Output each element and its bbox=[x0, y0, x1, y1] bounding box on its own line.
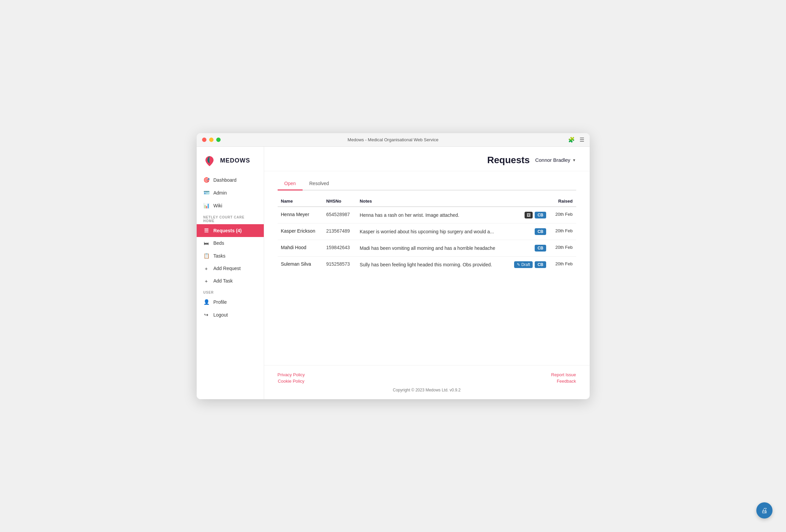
minimize-button[interactable] bbox=[209, 138, 213, 142]
sidebar: MEDOWS 🎯 Dashboard 🪪 Admin 📊 Wiki NETLEY… bbox=[196, 147, 264, 399]
table-row[interactable]: Suleman Silva915258573Sully has been fee… bbox=[278, 256, 576, 273]
cell-notes: Kasper is worried about his upcoming hip… bbox=[356, 223, 549, 240]
requests-table: Name NHSNo Notes Raised Henna Meyer65452… bbox=[278, 196, 576, 273]
feedback-link[interactable]: Feedback bbox=[551, 379, 576, 384]
admin-icon: 🪪 bbox=[203, 190, 209, 196]
cell-raised: 20th Feb bbox=[550, 207, 576, 223]
print-button[interactable]: 🖨 bbox=[756, 502, 772, 518]
user-name-label: Connor Bradley bbox=[535, 157, 570, 163]
badge-cb: CB bbox=[535, 212, 546, 218]
cell-notes: Henna has a rash on her wrist. Image att… bbox=[356, 207, 549, 223]
dashboard-icon: 🎯 bbox=[203, 177, 209, 183]
cell-raised: 20th Feb bbox=[550, 223, 576, 240]
sidebar-label-tasks: Tasks bbox=[213, 253, 226, 259]
logo-icon bbox=[202, 153, 217, 168]
table-header-row: Name NHSNo Notes Raised bbox=[278, 196, 576, 207]
user-menu[interactable]: Connor Bradley ▼ bbox=[535, 157, 576, 163]
sidebar-item-add-request[interactable]: + Add Request bbox=[196, 262, 264, 275]
title-bar-icons: 🧩 ☰ bbox=[568, 137, 584, 143]
tabs: Open Resolved bbox=[278, 178, 576, 191]
content-area: Requests Connor Bradley ▼ Open Resolved bbox=[264, 147, 590, 399]
cell-name: Suleman Silva bbox=[278, 256, 323, 273]
add-request-icon: + bbox=[203, 266, 209, 271]
sidebar-item-add-task[interactable]: + Add Task bbox=[196, 275, 264, 287]
table-row[interactable]: Mahdi Hood159842643Madi has been vomitin… bbox=[278, 240, 576, 256]
sidebar-label-logout: Logout bbox=[213, 312, 228, 318]
traffic-lights bbox=[202, 138, 221, 142]
footer-right-links: Report Issue Feedback bbox=[551, 372, 576, 384]
cell-notes: Madi has been vomiting all morning and h… bbox=[356, 240, 549, 256]
tab-open[interactable]: Open bbox=[278, 178, 303, 191]
sidebar-item-profile[interactable]: 👤 Profile bbox=[196, 296, 264, 309]
badge-cb: CB bbox=[535, 261, 546, 268]
col-nhsno: NHSNo bbox=[323, 196, 356, 207]
cell-name: Henna Meyer bbox=[278, 207, 323, 223]
close-button[interactable] bbox=[202, 138, 206, 142]
cell-raised: 20th Feb bbox=[550, 240, 576, 256]
footer: Privacy Policy Cookie Policy Report Issu… bbox=[264, 365, 590, 399]
sidebar-item-wiki[interactable]: 📊 Wiki bbox=[196, 199, 264, 212]
sidebar-item-tasks[interactable]: 📋 Tasks bbox=[196, 249, 264, 262]
requests-icon: ☰ bbox=[203, 227, 209, 234]
add-task-icon: + bbox=[203, 278, 209, 284]
copyright: Copyright © 2023 Medows Ltd. v0.9.2 bbox=[278, 388, 576, 392]
window-title: Medows - Medical Organisational Web Serv… bbox=[347, 137, 438, 142]
cell-nhsno: 159842643 bbox=[323, 240, 356, 256]
section-label: NETLEY COURT CARE HOME bbox=[196, 212, 264, 224]
cell-name: Kasper Erickson bbox=[278, 223, 323, 240]
sidebar-item-dashboard[interactable]: 🎯 Dashboard bbox=[196, 174, 264, 187]
footer-left-links: Privacy Policy Cookie Policy bbox=[278, 372, 305, 384]
table-row[interactable]: Henna Meyer654528987Henna has a rash on … bbox=[278, 207, 576, 223]
sidebar-label-profile: Profile bbox=[213, 299, 227, 305]
chevron-down-icon: ▼ bbox=[573, 158, 576, 162]
cell-nhsno: 915258573 bbox=[323, 256, 356, 273]
header: Requests Connor Bradley ▼ bbox=[264, 147, 590, 171]
page-content: Open Resolved Name NHSNo Notes Raised bbox=[264, 171, 590, 365]
badge-draft[interactable]: ✎ Draft bbox=[514, 261, 533, 268]
sidebar-label-add-request: Add Request bbox=[213, 266, 241, 271]
cell-raised: 20th Feb bbox=[550, 256, 576, 273]
sidebar-label-wiki: Wiki bbox=[213, 203, 222, 208]
logout-icon: ↪ bbox=[203, 312, 209, 318]
sidebar-label-beds: Beds bbox=[213, 240, 224, 246]
requests-table-container: Name NHSNo Notes Raised Henna Meyer65452… bbox=[278, 196, 576, 358]
logo-area: MEDOWS bbox=[196, 147, 264, 174]
print-icon: 🖨 bbox=[761, 507, 768, 514]
menu-icon[interactable]: ☰ bbox=[580, 137, 584, 143]
title-bar: Medows - Medical Organisational Web Serv… bbox=[196, 133, 590, 147]
sidebar-item-requests[interactable]: ☰ Requests (4) bbox=[196, 224, 264, 237]
sidebar-label-admin: Admin bbox=[213, 190, 227, 196]
sidebar-label-requests: Requests (4) bbox=[213, 228, 242, 233]
tasks-icon: 📋 bbox=[203, 253, 209, 259]
cell-notes: Sully has been feeling light headed this… bbox=[356, 256, 549, 273]
badge-cb: CB bbox=[535, 245, 546, 251]
page-title: Requests bbox=[487, 155, 530, 166]
cookie-policy-link[interactable]: Cookie Policy bbox=[278, 379, 305, 384]
cell-nhsno: 213567489 bbox=[323, 223, 356, 240]
cell-name: Mahdi Hood bbox=[278, 240, 323, 256]
sidebar-label-dashboard: Dashboard bbox=[213, 177, 237, 183]
sidebar-item-beds[interactable]: 🛏 Beds bbox=[196, 237, 264, 249]
report-issue-link[interactable]: Report Issue bbox=[551, 372, 576, 377]
col-raised: Raised bbox=[550, 196, 576, 207]
logo-text: MEDOWS bbox=[220, 157, 250, 164]
maximize-button[interactable] bbox=[216, 138, 221, 142]
user-section-label: USER bbox=[196, 287, 264, 296]
sidebar-item-logout[interactable]: ↪ Logout bbox=[196, 309, 264, 321]
badge-cb: CB bbox=[535, 228, 546, 235]
tab-resolved[interactable]: Resolved bbox=[303, 178, 336, 191]
badge-image[interactable]: 🖼 bbox=[525, 212, 533, 218]
profile-icon: 👤 bbox=[203, 299, 209, 305]
puzzle-icon[interactable]: 🧩 bbox=[568, 137, 575, 143]
footer-links: Privacy Policy Cookie Policy Report Issu… bbox=[278, 372, 576, 384]
table-row[interactable]: Kasper Erickson213567489Kasper is worrie… bbox=[278, 223, 576, 240]
col-name: Name bbox=[278, 196, 323, 207]
privacy-policy-link[interactable]: Privacy Policy bbox=[278, 372, 305, 377]
sidebar-item-admin[interactable]: 🪪 Admin bbox=[196, 187, 264, 199]
sidebar-label-add-task: Add Task bbox=[213, 278, 233, 284]
col-notes: Notes bbox=[356, 196, 549, 207]
sidebar-nav: 🎯 Dashboard 🪪 Admin 📊 Wiki NETLEY COURT … bbox=[196, 174, 264, 394]
cell-nhsno: 654528987 bbox=[323, 207, 356, 223]
beds-icon: 🛏 bbox=[203, 240, 209, 246]
wiki-icon: 📊 bbox=[203, 202, 209, 209]
